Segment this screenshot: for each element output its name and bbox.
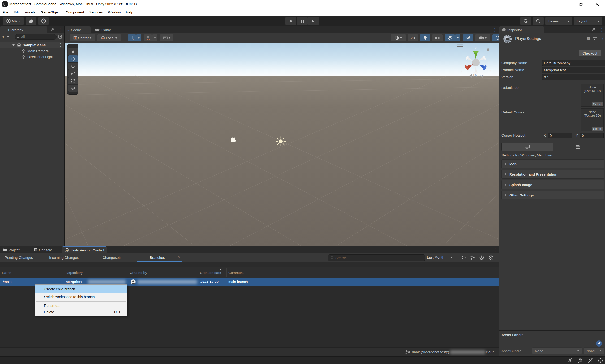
foldout-arrow-icon[interactable] <box>12 44 15 46</box>
scene-options-icon[interactable]: ⋮ <box>59 42 63 48</box>
gizmo-lock-icon[interactable] <box>487 48 490 51</box>
col-created-by[interactable]: Created by <box>130 267 147 278</box>
hierarchy-menu-icon[interactable]: ⋮ <box>58 27 62 32</box>
debugger-disabled-icon[interactable] <box>567 358 572 363</box>
company-name-input[interactable] <box>542 60 605 66</box>
status-check-icon[interactable] <box>598 358 603 363</box>
grid-visibility-button[interactable]: Y <box>128 34 136 41</box>
tab-inspector[interactable]: Inspector <box>499 26 544 33</box>
effects-button[interactable] <box>445 34 455 41</box>
menu-item-create-child-branch[interactable]: Create child branch... <box>36 285 127 293</box>
platform-tab-standalone[interactable] <box>502 143 553 151</box>
hotspot-y-input[interactable] <box>580 133 604 138</box>
presets-icon[interactable] <box>593 37 597 40</box>
projection-toggle[interactable]: Persp <box>469 73 484 78</box>
product-name-input[interactable] <box>542 67 605 73</box>
period-filter-dropdown[interactable]: Last Month <box>427 255 452 259</box>
hierarchy-search-input[interactable] <box>21 35 52 39</box>
move-tool[interactable] <box>68 55 78 62</box>
subtab-branches[interactable]: Branches <box>150 256 165 260</box>
select-button[interactable]: Select <box>592 127 603 131</box>
add-label-button[interactable] <box>596 340 602 347</box>
menu-file[interactable]: File <box>3 10 8 14</box>
rect-tool[interactable] <box>68 77 78 84</box>
lock-icon[interactable] <box>51 28 54 32</box>
bottom-panel-menu-icon[interactable]: ⋮ <box>493 247 497 252</box>
hidden-objects-button[interactable] <box>463 34 473 41</box>
component-menu-icon[interactable]: ⋮ <box>601 36 605 41</box>
version-control-button[interactable]: D <box>38 17 49 25</box>
camera-settings-dropdown[interactable] <box>475 34 490 41</box>
col-name[interactable]: Name <box>2 267 11 278</box>
layout-dropdown[interactable]: Layout <box>574 17 602 25</box>
foldout-resolution[interactable]: Resolution and Presentation <box>502 170 604 179</box>
assetbundle-dropdown[interactable]: None <box>532 348 582 354</box>
orientation-gizmo[interactable]: y x z <box>456 44 496 85</box>
cache-server-disabled-icon[interactable] <box>578 358 583 363</box>
menu-services[interactable]: Services <box>89 10 103 14</box>
hierarchy-search[interactable] <box>15 34 57 40</box>
undo-history-button[interactable] <box>520 17 531 25</box>
minimize-button[interactable] <box>560 0 570 9</box>
transform-tool[interactable] <box>68 85 78 92</box>
grid-snapping-button[interactable] <box>144 34 152 41</box>
close-button[interactable] <box>592 0 603 9</box>
tab-project[interactable]: Project <box>0 246 23 253</box>
branches-search-input[interactable] <box>335 256 418 260</box>
checkout-button[interactable]: Checkout <box>579 50 601 56</box>
help-icon[interactable]: ? <box>587 36 591 40</box>
create-menu-caret[interactable] <box>7 36 9 38</box>
close-branches-tab-icon[interactable]: ✕ <box>178 256 180 259</box>
menu-gameobject[interactable]: GameObject <box>41 10 61 14</box>
scene-viewport[interactable]: y x z Persp <box>64 42 499 246</box>
menu-edit[interactable]: Edit <box>13 10 20 14</box>
cloud-button[interactable] <box>26 17 36 25</box>
workspace-path[interactable]: /main@Mergebot test@cloud <box>412 350 494 354</box>
scene-audio-button[interactable] <box>432 34 443 41</box>
col-repository[interactable]: Repository <box>66 267 83 278</box>
snap-increment-dropdown[interactable] <box>160 34 173 41</box>
create-add-button[interactable]: + <box>2 35 5 39</box>
hierarchy-item-directional-light[interactable]: Directional Light <box>0 54 64 60</box>
shading-mode-dropdown[interactable] <box>391 34 406 41</box>
scene-panel-menu-icon[interactable]: ⋮ <box>493 27 497 32</box>
default-cursor-slot[interactable]: None (Texture 2D) Select <box>581 108 604 131</box>
tab-hierarchy[interactable]: Hierarchy <box>0 26 47 33</box>
subtab-pending-changes[interactable]: Pending Changes <box>5 256 33 260</box>
sort-descending-icon[interactable] <box>220 269 222 270</box>
scene-root-row[interactable]: SampleScene ⋮ <box>0 42 64 48</box>
gizmo-menu-handle[interactable] <box>457 44 463 47</box>
foldout-icon[interactable]: Icon <box>502 159 604 168</box>
grid-visibility-caret[interactable] <box>136 34 141 41</box>
menu-help[interactable]: Help <box>126 10 133 14</box>
subtab-changesets[interactable]: Changesets <box>103 256 121 260</box>
select-button[interactable]: Select <box>592 102 603 106</box>
default-icon-slot[interactable]: None (Texture 2D) Select <box>581 84 604 107</box>
picker-window-icon[interactable] <box>58 35 62 39</box>
view-hand-tool[interactable] <box>68 48 78 55</box>
step-button[interactable] <box>308 17 319 25</box>
scale-tool[interactable] <box>68 70 78 77</box>
play-button[interactable] <box>285 17 296 25</box>
hotspot-x-input[interactable] <box>548 133 572 138</box>
search-all-button[interactable] <box>533 17 543 25</box>
refresh-icon[interactable] <box>461 255 466 260</box>
lock-icon[interactable] <box>592 28 595 32</box>
menu-assets[interactable]: Assets <box>25 10 36 14</box>
layers-dropdown[interactable]: Layers <box>545 17 572 25</box>
tool-handle-rotation-dropdown[interactable]: Local <box>97 34 121 41</box>
foldout-other[interactable]: Other Settings <box>502 191 604 199</box>
foldout-splash[interactable]: Splash Image <box>502 180 604 189</box>
platform-tab-server[interactable] <box>553 143 604 151</box>
version-input[interactable] <box>542 74 605 80</box>
assetbundle-variant-dropdown[interactable]: None <box>584 348 604 354</box>
menu-item-rename[interactable]: Rename... <box>35 302 127 309</box>
camera-gizmo-icon[interactable] <box>230 137 237 143</box>
menu-window[interactable]: Window <box>108 10 120 14</box>
auto-refresh-disabled-icon[interactable] <box>588 358 593 363</box>
effects-caret[interactable] <box>455 34 460 41</box>
tool-handle-pivot-dropdown[interactable]: Center <box>70 34 95 41</box>
pause-button[interactable] <box>297 17 308 25</box>
restore-button[interactable] <box>576 0 587 9</box>
settings-gear-icon[interactable] <box>489 255 494 260</box>
